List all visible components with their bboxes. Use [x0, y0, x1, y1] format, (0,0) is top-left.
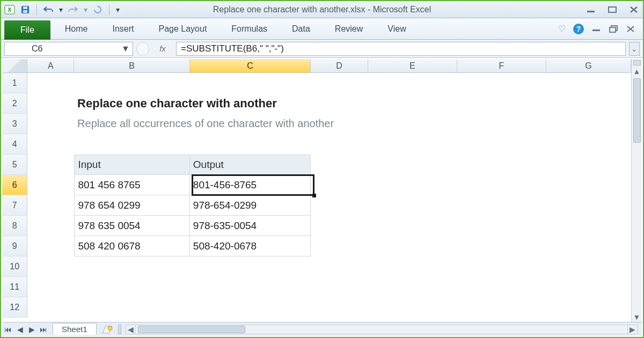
cell-C9[interactable]: 508-420-0678 [190, 236, 311, 256]
cell-A3[interactable] [27, 114, 74, 134]
file-tab[interactable]: File [4, 20, 50, 40]
row-header-5[interactable]: 5 [2, 155, 27, 175]
tab-data[interactable]: Data [280, 18, 323, 40]
scroll-left-button[interactable]: ◀ [126, 325, 136, 334]
redo-dropdown[interactable]: ▾ [82, 3, 89, 16]
fill-handle[interactable] [312, 194, 316, 197]
cell-C8[interactable]: 978-635-0054 [190, 216, 311, 236]
expand-formula-bar-button[interactable]: ⌄ [629, 42, 640, 56]
cell-C2[interactable] [191, 93, 312, 114]
cell-A4[interactable] [27, 134, 74, 155]
cell-C7[interactable]: 978-654-0299 [190, 195, 311, 216]
workbook-minimize-button[interactable] [591, 25, 601, 33]
col-header-B[interactable]: B [74, 59, 189, 72]
redo-button[interactable] [66, 3, 80, 16]
cell-A1[interactable] [27, 73, 74, 93]
cell-G11[interactable] [546, 277, 631, 297]
cell-A8[interactable] [27, 216, 74, 236]
scroll-right-button[interactable]: ▶ [627, 325, 637, 334]
col-header-D[interactable]: D [311, 59, 368, 72]
cell-B8[interactable]: 978 635 0054 [74, 216, 189, 236]
row-header-3[interactable]: 3 [2, 114, 27, 134]
cell-B9[interactable]: 508 420 0678 [74, 236, 189, 256]
cell-D1[interactable] [311, 73, 368, 93]
cell-B6[interactable]: 801 456 8765 [74, 175, 189, 195]
cell-F6[interactable] [457, 175, 546, 195]
tab-split-handle[interactable] [118, 325, 121, 334]
vertical-scroll-thumb[interactable] [633, 78, 641, 143]
cell-F3[interactable] [458, 114, 547, 134]
row-header-7[interactable]: 7 [2, 195, 27, 216]
cell-E1[interactable] [368, 73, 457, 93]
cell-E6[interactable] [368, 175, 457, 195]
cell-F4[interactable] [457, 134, 546, 155]
tab-view[interactable]: View [375, 18, 418, 40]
cell-D12[interactable] [311, 297, 368, 318]
cell-D4[interactable] [311, 134, 368, 155]
cell-E5[interactable] [368, 155, 457, 175]
undo-dropdown[interactable]: ▾ [57, 3, 64, 16]
cell-C12[interactable] [190, 297, 311, 318]
row-header-2[interactable]: 2 [2, 93, 27, 114]
cell-F8[interactable] [457, 216, 546, 236]
cell-E9[interactable] [368, 236, 457, 256]
cell-E2[interactable] [369, 93, 458, 114]
cell-G6[interactable] [546, 175, 631, 195]
cell-A12[interactable] [27, 297, 74, 318]
cell-E7[interactable] [368, 195, 457, 216]
cell-A5[interactable] [27, 155, 74, 175]
cell-D8[interactable] [311, 216, 368, 236]
cell-D10[interactable] [311, 256, 368, 277]
workbook-restore-button[interactable] [609, 25, 618, 33]
cell-F5[interactable] [457, 155, 546, 175]
customize-qat-dropdown[interactable]: ▾ [114, 3, 121, 16]
col-header-G[interactable]: G [546, 59, 631, 72]
cell-E4[interactable] [368, 134, 457, 155]
horizontal-scroll-thumb[interactable] [138, 326, 245, 333]
row-header-9[interactable]: 9 [2, 236, 27, 256]
excel-app-icon[interactable]: X [4, 4, 15, 15]
scroll-up-button[interactable]: ▲ [632, 67, 642, 76]
cell-E8[interactable] [368, 216, 457, 236]
row-header-8[interactable]: 8 [2, 216, 27, 236]
col-header-A[interactable]: A [27, 59, 74, 72]
cell-D5[interactable] [311, 155, 368, 175]
cell-B7[interactable]: 978 654 0299 [74, 195, 189, 216]
formula-input[interactable]: =SUBSTITUTE(B6," ","-") [176, 42, 626, 56]
cell-D9[interactable] [311, 236, 368, 256]
tab-review[interactable]: Review [323, 18, 375, 40]
cell-C5[interactable]: Output [190, 155, 311, 175]
cell-F2[interactable] [458, 93, 547, 114]
scroll-down-button[interactable]: ▼ [632, 312, 642, 322]
tab-formulas[interactable]: Formulas [219, 18, 280, 40]
worksheet-grid[interactable]: A B C D E F G 1 2 Replace one character … [2, 59, 631, 322]
sheet-nav-next[interactable]: ▶ [26, 324, 38, 335]
cell-B3[interactable]: Replace all occurrences of one character… [74, 114, 191, 134]
cell-A11[interactable] [27, 277, 74, 297]
cell-G12[interactable] [546, 297, 631, 318]
cell-F11[interactable] [457, 277, 546, 297]
cell-G3[interactable] [546, 114, 631, 134]
cell-C3[interactable] [191, 114, 312, 134]
cell-D11[interactable] [311, 277, 368, 297]
row-header-1[interactable]: 1 [2, 73, 27, 93]
row-header-10[interactable]: 10 [2, 256, 27, 277]
cell-E12[interactable] [368, 297, 457, 318]
sheet-nav-last[interactable]: ⏭ [38, 324, 49, 335]
refresh-button[interactable] [91, 3, 105, 16]
vertical-split-handle[interactable] [633, 60, 641, 65]
cell-B5[interactable]: Input [74, 155, 189, 175]
tab-insert[interactable]: Insert [100, 18, 146, 40]
close-button[interactable] [628, 5, 640, 14]
cell-C11[interactable] [190, 277, 311, 297]
new-sheet-button[interactable] [101, 324, 115, 335]
cell-A2[interactable] [27, 93, 74, 114]
cell-B12[interactable] [74, 297, 189, 318]
ribbon-options-icon[interactable]: ♡ [558, 24, 566, 34]
cell-E10[interactable] [368, 256, 457, 277]
tab-page-layout[interactable]: Page Layout [146, 18, 219, 40]
cell-C1[interactable] [190, 73, 311, 93]
cell-G8[interactable] [546, 216, 631, 236]
cell-D6[interactable] [311, 175, 368, 195]
name-box[interactable]: C6 ▼ [4, 42, 133, 56]
